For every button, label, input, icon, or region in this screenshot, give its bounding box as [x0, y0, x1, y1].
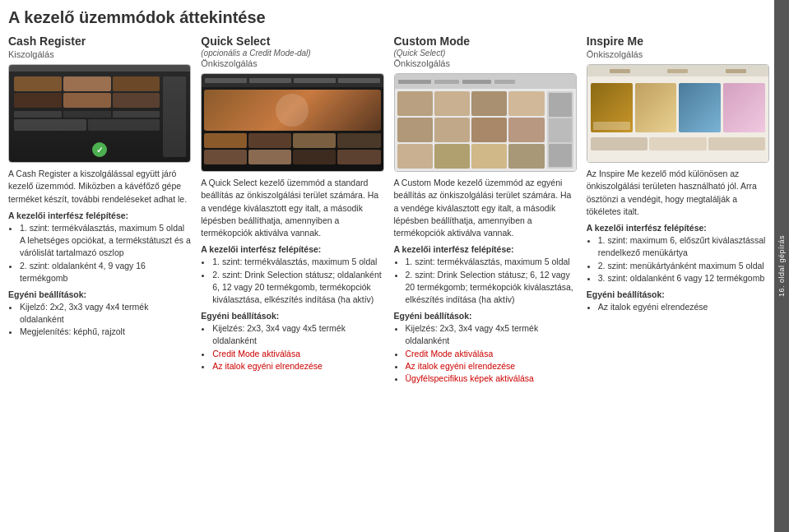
qs-settings-list: Kijelzés: 2x3, 3x4 vagy 4x5 termék oldal… — [201, 322, 383, 372]
custom-settings-list: Kijelzés: 2x3, 3x4 vagy 4x5 termék oldal… — [394, 322, 577, 385]
custom-settings-item-2: Credit Mode aktiválása — [406, 348, 577, 360]
cash-settings-item-1: Kijelző: 2x2, 3x3 vagy 4x4 termék oldala… — [20, 301, 191, 326]
col-qs-header: Quick Select (opcionális a Credit Mode-d… — [201, 34, 383, 68]
inspire-body-text: Az Inspire Me kezelő mód különösen az ön… — [587, 168, 769, 218]
col-custom-title: Custom Mode — [394, 34, 577, 49]
col-cash-register: Cash Register Kiszolgálás — [8, 34, 191, 524]
col-custom-subtitle: (Quick Select) — [394, 49, 577, 58]
inspire-screenshot — [587, 64, 769, 163]
col-quick-select: Quick Select (opcionális a Credit Mode-d… — [201, 34, 383, 524]
col-qs-title: Quick Select — [201, 34, 383, 49]
col-cash-mode: Kiszolgálás — [8, 49, 191, 59]
col-qs-mode: Önkiszolgálás — [201, 58, 383, 68]
inspire-settings-heading: Egyéni beállítások: — [587, 289, 769, 299]
qs-interface-item-1: 1. szint: termékválasztás, maximum 5 old… — [212, 256, 383, 268]
custom-body-text: A Custom Mode kezelő üzemmód az egyéni b… — [394, 177, 577, 239]
col-inspire-mode: Önkiszolgálás — [587, 49, 769, 59]
sidebar-text: 16. oldal gépírás — [777, 235, 786, 297]
col-cash-title: Cash Register — [8, 34, 191, 49]
inspire-settings-item-1: Az italok egyéni elrendezése — [598, 301, 769, 313]
col-inspire-title: Inspire Me — [587, 34, 769, 49]
qs-settings-heading: Egyéni beállítások: — [201, 311, 383, 321]
cash-settings-item-2: Megjelenítés: képhű, rajzolt — [20, 326, 191, 338]
cash-screenshot — [8, 64, 191, 163]
custom-settings-item-3: Az italok egyéni elrendezése — [406, 360, 577, 372]
custom-interface-heading: A kezelői interfész felépítése: — [394, 244, 577, 254]
main-content: A kezelő üzemmódok áttekintése Cash Regi… — [0, 0, 789, 532]
custom-interface-item-1: 1. szint: termékválasztás, maximum 5 old… — [406, 256, 577, 268]
qs-body-text: A Quick Select kezelő üzemmód a standard… — [201, 177, 383, 239]
custom-interface-item-2: 2. szint: Drink Selection státusz; 6, 12… — [406, 269, 577, 307]
inspire-interface-item-3: 3. szint: oldalanként 6 vagy 12 termékgo… — [598, 272, 769, 285]
qs-settings-item-1: Kijelzés: 2x3, 3x4 vagy 4x5 termék oldal… — [212, 322, 383, 347]
custom-screenshot — [394, 73, 577, 172]
inspire-interface-heading: A kezelői interfész felépítése: — [587, 223, 769, 233]
qs-interface-list: 1. szint: termékválasztás, maximum 5 old… — [201, 256, 383, 306]
inspire-interface-item-1: 1. szint: maximum 6, előszűrt kiválasztá… — [598, 234, 769, 259]
cash-settings-list: Kijelző: 2x2, 3x3 vagy 4x4 termék oldala… — [8, 301, 191, 339]
qs-settings-item-3: Az italok egyéni elrendezése — [212, 360, 383, 372]
page-title: A kezelő üzemmódok áttekintése — [8, 8, 769, 27]
qs-screenshot — [201, 73, 383, 172]
custom-interface-list: 1. szint: termékválasztás, maximum 5 old… — [394, 256, 577, 306]
qs-interface-item-2: 2. szint: Drink Selection státusz; oldal… — [212, 269, 383, 307]
cash-interface-heading: A kezelői interfész felépítése: — [8, 210, 191, 220]
page-wrapper: A kezelő üzemmódok áttekintése Cash Regi… — [0, 0, 789, 532]
custom-settings-item-4: Ügyfélspecifikus képek aktiválása — [406, 372, 577, 385]
inspire-interface-item-2: 2. szint: menükártyánként maximum 5 olda… — [598, 260, 769, 272]
cash-body-text: A Cash Register a kiszolgálással együtt … — [8, 168, 191, 206]
col-custom-mode: Custom Mode (Quick Select) Önkiszolgálás — [394, 34, 577, 524]
col-cash-header: Cash Register Kiszolgálás — [8, 34, 191, 59]
qs-settings-item-2: Credit Mode aktiválása — [212, 348, 383, 360]
col-custom-header: Custom Mode (Quick Select) Önkiszolgálás — [394, 34, 577, 68]
check-circle-icon — [92, 142, 107, 157]
col-qs-subtitle: (opcionális a Credit Mode-dal) — [201, 49, 383, 58]
cash-settings-heading: Egyéni beállítások: — [8, 289, 191, 299]
inspire-interface-list: 1. szint: maximum 6, előszűrt kiválasztá… — [587, 234, 769, 285]
inspire-settings-list: Az italok egyéni elrendezése — [587, 301, 769, 313]
sidebar: 16. oldal gépírás — [774, 0, 789, 532]
columns-wrapper: Cash Register Kiszolgálás — [8, 34, 769, 524]
col-inspire-header: Inspire Me Önkiszolgálás — [587, 34, 769, 59]
custom-settings-heading: Egyéni beállítások: — [394, 311, 577, 321]
cash-interface-list: 1. szint: termékválasztás, maximum 5 old… — [8, 222, 191, 285]
cash-interface-item-2: 2. szint: oldalanként 4, 9 vagy 16 termé… — [20, 260, 191, 285]
col-custom-mode: Önkiszolgálás — [394, 58, 577, 68]
cash-interface-item-1: 1. szint: termékválasztás, maximum 5 old… — [20, 222, 191, 260]
qs-interface-heading: A kezelői interfész felépítése: — [201, 244, 383, 254]
custom-settings-item-1: Kijelzés: 2x3, 3x4 vagy 4x5 termék oldal… — [406, 322, 577, 347]
col-inspire-me: Inspire Me Önkiszolgálás — [587, 34, 769, 524]
